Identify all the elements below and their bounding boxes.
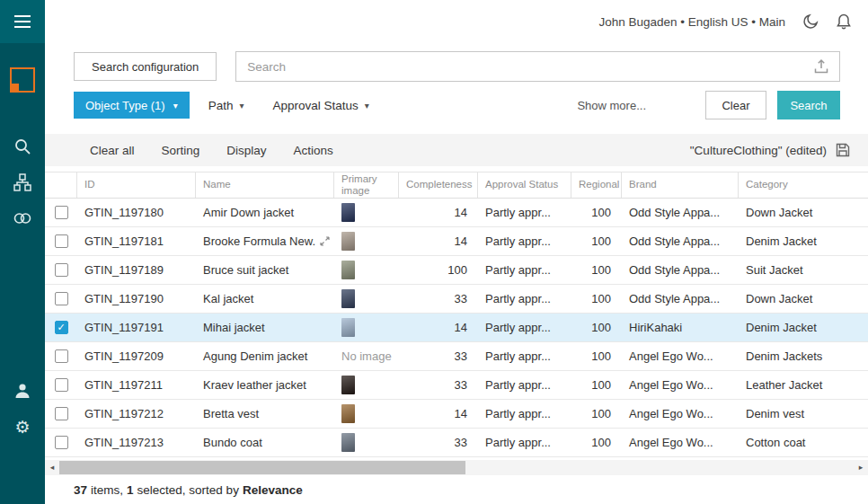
search-box	[235, 51, 840, 82]
search-configuration-button[interactable]: Search configuration	[74, 52, 217, 81]
scrollbar-thumb[interactable]	[59, 461, 465, 474]
row-checkbox[interactable]: ✓	[55, 321, 68, 334]
sidebar: ⚙	[0, 0, 45, 504]
row-checkbox[interactable]	[55, 407, 68, 420]
export-button[interactable]	[813, 58, 829, 75]
column-header-approval-status[interactable]: Approval Status	[478, 172, 571, 198]
scroll-left-arrow[interactable]: ◂	[45, 460, 59, 475]
scrollbar-track[interactable]	[59, 460, 854, 475]
column-header-category[interactable]: Category	[739, 172, 868, 198]
cell-approval-status: Partly appr...	[478, 285, 571, 313]
path-filter-label: Path	[208, 99, 234, 112]
cell-id: GTIN_1197189	[77, 256, 196, 284]
table-row[interactable]: GTIN_1197212 Bretta vest 14 Partly appr.…	[45, 400, 868, 429]
column-header-select	[45, 172, 77, 198]
table-row[interactable]: GTIN_1197213 Bundo coat 33 Partly appr..…	[45, 429, 868, 457]
clear-all-button[interactable]: Clear all	[90, 144, 135, 157]
link-icon	[13, 211, 32, 225]
filter-row: Object Type (1) ▾ Path ▾ Approval Status…	[74, 91, 840, 119]
cell-primary-image	[334, 199, 399, 226]
cell-regional: 100	[571, 199, 622, 226]
cell-completeness: 33	[399, 285, 478, 313]
actions-button[interactable]: Actions	[294, 144, 333, 157]
scroll-right-arrow[interactable]: ▸	[854, 460, 868, 475]
cell-brand: Odd Style Appa...	[622, 199, 739, 226]
table-row[interactable]: GTIN_1197209 Agung Denim jacket No image…	[45, 342, 868, 371]
row-checkbox[interactable]	[55, 234, 68, 248]
selected-count: 1	[127, 483, 134, 497]
column-header-brand[interactable]: Brand	[622, 172, 739, 198]
cell-regional: 100	[571, 371, 622, 399]
approval-status-filter-button[interactable]: Approval Status ▾	[262, 92, 378, 119]
hamburger-icon	[13, 14, 31, 29]
sidebar-item-settings[interactable]: ⚙	[0, 409, 45, 445]
table-row[interactable]: GTIN_1197181 Brooke Formula New. 14 Part…	[45, 227, 868, 256]
cell-select	[45, 400, 77, 428]
table-row[interactable]: GTIN_1197190 Kal jacket 33 Partly appr..…	[45, 285, 868, 314]
theme-toggle-button[interactable]	[802, 13, 819, 31]
search-row: Search configuration	[74, 51, 840, 82]
sidebar-item-user[interactable]	[0, 373, 45, 409]
sidebar-item-search[interactable]	[0, 128, 45, 164]
hierarchy-icon	[13, 173, 31, 191]
path-filter-button[interactable]: Path ▾	[199, 92, 254, 119]
cell-completeness: 14	[399, 227, 478, 255]
overflow-icon	[320, 236, 330, 246]
clear-button[interactable]: Clear	[705, 91, 766, 119]
thumbnail	[341, 404, 355, 423]
thumbnail	[341, 232, 355, 251]
chevron-down-icon: ▾	[239, 101, 244, 111]
table-row[interactable]: GTIN_1197180 Amir Down jacket 14 Partly …	[45, 199, 868, 227]
column-header-name[interactable]: Name	[196, 172, 334, 198]
cell-primary-image	[334, 429, 399, 456]
selected-label: selected, sorted by	[137, 483, 239, 497]
cell-regional: 100	[571, 256, 622, 284]
sorting-button[interactable]: Sorting	[162, 144, 200, 157]
cell-name: Bretta vest	[196, 400, 334, 428]
display-button[interactable]: Display	[226, 144, 266, 157]
row-checkbox[interactable]	[55, 349, 68, 363]
row-checkbox[interactable]	[55, 263, 68, 277]
cell-primary-image	[334, 371, 399, 399]
items-label: items,	[91, 483, 123, 497]
row-checkbox[interactable]	[55, 436, 68, 449]
row-checkbox[interactable]	[55, 292, 68, 305]
table-header: ID Name Primary image Completeness Appro…	[45, 172, 868, 199]
cell-name: Kal jacket	[196, 285, 334, 313]
column-header-id[interactable]: ID	[77, 172, 196, 198]
cell-id: GTIN_1197209	[77, 342, 196, 370]
cell-id: GTIN_1197212	[77, 400, 196, 428]
table-row[interactable]: GTIN_1197189 Bruce suit jacket 100 Partl…	[45, 256, 868, 285]
cell-brand: Odd Style Appa...	[622, 256, 739, 284]
search-input[interactable]	[236, 60, 813, 74]
sidebar-item-structure[interactable]	[0, 164, 45, 200]
table-row[interactable]: ✓ GTIN_1197191 Mihai jacket 14 Partly ap…	[45, 314, 868, 342]
user-icon	[13, 382, 31, 400]
show-more-link[interactable]: Show more...	[577, 99, 646, 112]
main-area: John Bugaden • English US • Main Search …	[45, 0, 868, 504]
sidebar-item-links[interactable]	[0, 200, 45, 236]
search-button[interactable]: Search	[777, 91, 840, 119]
row-checkbox[interactable]	[55, 378, 68, 392]
cell-primary-image	[334, 256, 399, 284]
cell-id: GTIN_1197191	[77, 314, 196, 341]
cell-select	[45, 429, 77, 456]
table-row[interactable]: GTIN_1197211 Kraev leather jacket 33 Par…	[45, 371, 868, 400]
cell-regional: 100	[571, 400, 622, 428]
cell-brand: Angel Ego Wo...	[622, 400, 739, 428]
column-header-completeness[interactable]: Completeness	[399, 172, 478, 198]
cell-regional: 100	[571, 342, 622, 370]
hamburger-menu-button[interactable]	[0, 0, 45, 43]
object-type-filter-button[interactable]: Object Type (1) ▾	[74, 92, 190, 119]
column-header-primary-image[interactable]: Primary image	[334, 172, 399, 198]
cell-name: Kraev leather jacket	[196, 371, 334, 399]
save-query-button[interactable]	[836, 143, 850, 157]
cell-completeness: 14	[399, 199, 478, 226]
notifications-button[interactable]	[836, 13, 852, 31]
cell-approval-status: Partly appr...	[478, 429, 571, 456]
cell-approval-status: Partly appr...	[478, 342, 571, 370]
column-header-regional[interactable]: Regional	[571, 172, 622, 198]
row-checkbox[interactable]	[55, 206, 68, 219]
cell-select	[45, 256, 77, 284]
cell-approval-status: Partly appr...	[478, 199, 571, 226]
